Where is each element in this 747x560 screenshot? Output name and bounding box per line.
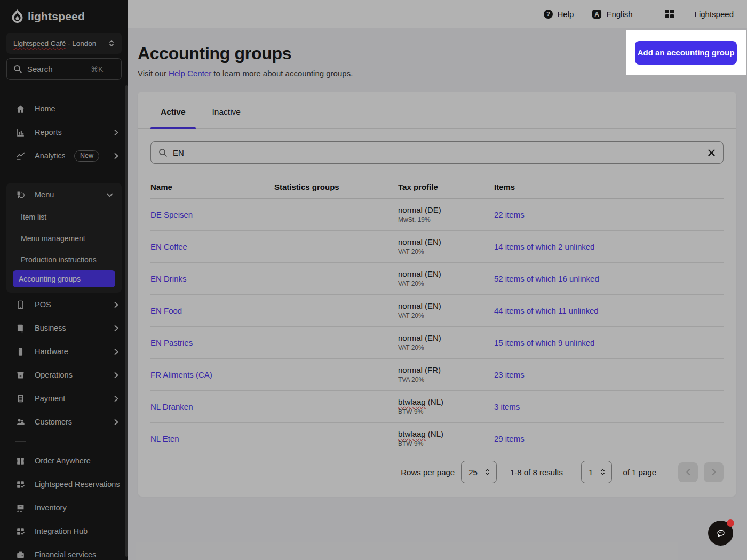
clear-search-icon[interactable] xyxy=(708,149,716,157)
sidebar-item-pos[interactable]: POS xyxy=(0,293,128,316)
chevron-left-icon xyxy=(685,468,692,476)
sidebar-item-menu[interactable]: Menu xyxy=(6,183,122,206)
svg-text:?: ? xyxy=(546,11,550,17)
sidebar-item-financial-services[interactable]: Financial services xyxy=(0,543,128,560)
sidebar-item-production-instructions[interactable]: Production instructions xyxy=(11,249,117,270)
language-menu[interactable]: A English xyxy=(592,9,632,19)
table-row: EN Food normal (EN) VAT 20% 44 items of … xyxy=(150,294,724,326)
tab-inactive[interactable]: Inactive xyxy=(202,103,251,128)
apps-grid-icon[interactable] xyxy=(664,9,675,19)
tax-profile-cell: normal (EN) VAT 20% xyxy=(398,326,494,358)
logo-wordmark: lightspeed xyxy=(28,10,85,23)
sidebar-item-business[interactable]: Business xyxy=(0,316,128,340)
items-link[interactable]: 52 items of which 16 unlinked xyxy=(494,274,599,283)
statistics-groups-cell xyxy=(274,326,398,358)
sidebar-item-inventory[interactable]: Inventory xyxy=(0,496,128,519)
tax-profile-cell: normal (DE) MwSt. 19% xyxy=(398,198,494,230)
help-center-link[interactable]: Help Center xyxy=(169,69,211,78)
sidebar-item-analytics[interactable]: Analytics New xyxy=(0,144,128,167)
topbar-divider xyxy=(647,8,647,20)
table-row: NL Eten btwlaag (NL) BTW 9% 29 items xyxy=(150,422,724,454)
group-name-link[interactable]: EN Food xyxy=(150,306,182,315)
items-link[interactable]: 44 items of which 11 unlinked xyxy=(494,306,599,315)
group-name-link[interactable]: EN Coffee xyxy=(150,242,187,251)
sidebar-item-reports[interactable]: Reports xyxy=(0,121,128,144)
inventory-box-icon xyxy=(15,503,26,513)
sidebar-item-hardware[interactable]: Hardware xyxy=(0,340,128,363)
tax-profile-cell: normal (FR) TVA 20% xyxy=(398,358,494,390)
table-row: EN Drinks normal (EN) VAT 20% 52 items o… xyxy=(150,262,724,294)
svg-text:A: A xyxy=(595,10,600,18)
table-row: NL Dranken btwlaag (NL) BTW 9% 3 items xyxy=(150,390,724,422)
table-search-input[interactable] xyxy=(173,148,702,157)
sidebar-item-payment[interactable]: Payment xyxy=(0,387,128,410)
sidebar-item-accounting-groups[interactable]: Accounting groups xyxy=(13,270,115,287)
items-link[interactable]: 23 items xyxy=(494,370,525,379)
main-content: Accounting groups Visit our Help Center … xyxy=(128,28,747,560)
dining-icon xyxy=(15,190,26,200)
search-icon xyxy=(13,65,22,74)
items-link[interactable]: 3 items xyxy=(494,402,520,411)
chat-launcher-button[interactable] xyxy=(708,521,733,546)
new-badge: New xyxy=(74,150,99,162)
next-page-button[interactable] xyxy=(704,462,724,482)
sidebar-item-home[interactable]: Home xyxy=(0,97,128,121)
grid-check-icon xyxy=(15,479,26,490)
previous-page-button[interactable] xyxy=(678,462,698,482)
tab-active[interactable]: Active xyxy=(150,103,196,128)
table-row: DE Speisen normal (DE) MwSt. 19% 22 item… xyxy=(150,198,724,230)
chevron-updown-icon xyxy=(108,39,115,47)
statistics-groups-cell xyxy=(274,390,398,422)
sidebar-item-order-anywhere[interactable]: Order Anywhere xyxy=(0,449,128,473)
help-menu[interactable]: ? Help xyxy=(543,9,574,19)
group-name-link[interactable]: EN Pastries xyxy=(150,338,193,347)
group-name-link[interactable]: NL Eten xyxy=(150,434,179,443)
column-header-items: Items xyxy=(494,175,724,198)
group-name-link[interactable]: NL Dranken xyxy=(150,402,193,411)
sidebar-item-integration-hub[interactable]: Integration Hub xyxy=(0,519,128,543)
group-name-link[interactable]: EN Drinks xyxy=(150,274,187,283)
chat-bubble-icon xyxy=(715,527,727,539)
sidebar-item-customers[interactable]: Customers xyxy=(0,410,128,434)
location-selector[interactable]: Lightspeed Café - London xyxy=(6,33,122,54)
items-link[interactable]: 15 items of which 9 unlinked xyxy=(494,338,594,347)
sidebar-nav: Home Reports Analytics New Menu Item lis… xyxy=(0,80,128,560)
chevron-right-icon xyxy=(113,348,120,355)
account-menu[interactable]: Lightspeed xyxy=(695,10,734,19)
reports-icon xyxy=(15,127,26,138)
chevron-right-icon xyxy=(710,468,718,476)
table-header-row: Name Statistics groups Tax profile Items xyxy=(150,175,724,198)
group-name-link[interactable]: FR Aliments (CA) xyxy=(150,370,212,379)
items-link[interactable]: 22 items xyxy=(494,210,525,219)
topbar: ? Help A English Lightspeed xyxy=(128,0,747,28)
sidebar-item-menu-management[interactable]: Menu management xyxy=(11,228,117,249)
statistics-groups-cell xyxy=(274,262,398,294)
sidebar-scrollbar[interactable] xyxy=(125,85,128,557)
group-name-link[interactable]: DE Speisen xyxy=(150,210,193,219)
chevron-down-icon xyxy=(106,191,113,198)
sidebar-item-item-list[interactable]: Item list xyxy=(11,206,117,228)
add-accounting-group-button[interactable]: Add an accounting group xyxy=(635,41,737,65)
shortcut-hint: ⌘K xyxy=(91,65,103,74)
chevron-right-icon xyxy=(113,301,120,308)
accounting-groups-table: Name Statistics groups Tax profile Items… xyxy=(150,175,724,454)
items-link[interactable]: 29 items xyxy=(494,434,525,443)
sidebar-item-operations[interactable]: Operations xyxy=(0,363,128,387)
chevron-right-icon xyxy=(113,372,120,379)
notebook-icon xyxy=(15,323,26,333)
rows-per-page-label: Rows per page xyxy=(401,468,455,477)
sidebar-item-reservations[interactable]: Lightspeed Reservations xyxy=(0,473,128,496)
chevron-updown-icon xyxy=(484,468,491,476)
statistics-groups-cell xyxy=(274,230,398,262)
terminal-icon xyxy=(15,394,26,404)
items-link[interactable]: 14 items of which 2 unlinked xyxy=(494,242,594,251)
table-row: EN Pastries normal (EN) VAT 20% 15 items… xyxy=(150,326,724,358)
sidebar-search[interactable]: ⌘K xyxy=(6,58,122,80)
grid-icon xyxy=(15,456,26,466)
sidebar-search-input[interactable] xyxy=(27,65,86,74)
analytics-icon xyxy=(15,151,26,161)
lightspeed-logo[interactable]: lightspeed xyxy=(0,0,128,23)
statistics-groups-cell xyxy=(274,358,398,390)
page-select[interactable]: 1 xyxy=(581,461,612,483)
rows-per-page-select[interactable]: 25 xyxy=(461,461,497,483)
